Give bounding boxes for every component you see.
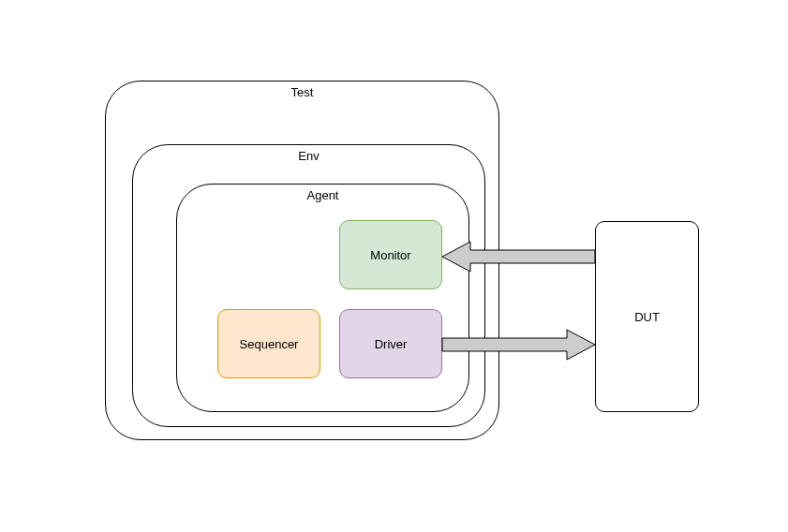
- sequencer-label: Sequencer: [240, 337, 299, 351]
- driver-label: Driver: [375, 337, 408, 351]
- sequencer-block: Sequencer: [217, 309, 320, 378]
- monitor-label: Monitor: [370, 248, 410, 262]
- env-label: Env: [298, 149, 319, 163]
- dut-block: DUT: [595, 221, 699, 412]
- svg-marker-1: [442, 330, 595, 360]
- test-label: Test: [291, 85, 314, 99]
- svg-marker-0: [442, 242, 595, 272]
- monitor-block: Monitor: [339, 220, 442, 289]
- driver-block: Driver: [339, 309, 442, 378]
- dut-label: DUT: [634, 310, 660, 324]
- arrow-driver-to-dut: [442, 330, 595, 360]
- arrow-dut-to-monitor: [442, 242, 595, 272]
- agent-label: Agent: [307, 188, 339, 202]
